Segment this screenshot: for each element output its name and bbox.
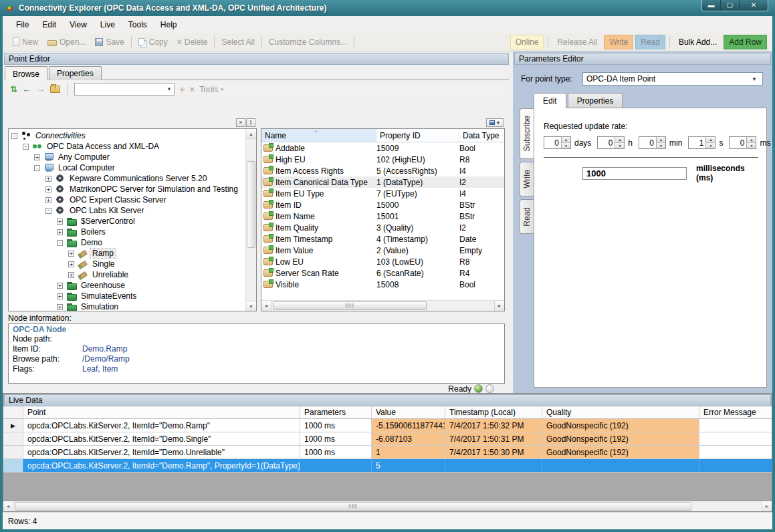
property-row[interactable]: Item ID 15000 BStr bbox=[261, 199, 504, 211]
live-data-column-header[interactable]: Timestamp (Local) bbox=[445, 406, 542, 418]
parameters-cell[interactable]: 1000 ms bbox=[300, 446, 372, 458]
delete-button[interactable]: × Delete bbox=[173, 35, 213, 49]
column-chooser-button[interactable]: ▼ bbox=[486, 118, 504, 127]
tab-browse[interactable]: Browse bbox=[5, 66, 47, 80]
tree-expander-icon[interactable]: + bbox=[68, 251, 74, 257]
update-rate-spinner[interactable]: 0 ▲ ▼ bbox=[597, 136, 625, 149]
tree-item[interactable]: + Unreliable bbox=[9, 269, 245, 280]
value-cell[interactable]: -5.15900611877441 bbox=[372, 419, 445, 432]
tree-expander-icon[interactable]: - bbox=[11, 133, 17, 139]
read-button[interactable]: Read bbox=[635, 35, 665, 49]
point-cell[interactable]: opcda:OPCLabs.KitServer.2, ItemId="Demo.… bbox=[23, 459, 300, 472]
update-rate-spinner[interactable]: 1 ▲ ▼ bbox=[688, 136, 715, 149]
property-row[interactable]: Addable 15009 Bool bbox=[261, 142, 504, 154]
row-selector-cell[interactable] bbox=[3, 432, 23, 445]
spinner-down-icon[interactable]: ▼ bbox=[747, 143, 756, 148]
parameters-cell[interactable]: 1000 ms bbox=[300, 432, 372, 445]
property-row[interactable]: Low EU 103 (LowEU) R8 bbox=[261, 256, 504, 267]
tree-vertical-scrollbar[interactable]: ▲ ▼ bbox=[245, 129, 256, 311]
save-button[interactable]: Save bbox=[90, 35, 128, 49]
scrollbar-thumb[interactable]: ⦀⦀⦀ bbox=[15, 502, 691, 511]
tree-expander-icon[interactable]: + bbox=[45, 176, 51, 182]
property-row[interactable]: Item Timestamp 4 (Timestamp) Date bbox=[261, 233, 504, 245]
property-row[interactable]: Item Canonical Data Type 1 (DataType) I2 bbox=[261, 176, 504, 188]
quality-cell[interactable] bbox=[542, 459, 699, 472]
spinner-down-icon[interactable]: ▼ bbox=[657, 143, 665, 148]
live-data-row[interactable]: opcda:OPCLabs.KitServer.2, ItemId="Demo.… bbox=[3, 446, 772, 459]
spinner-value[interactable]: 0 bbox=[598, 137, 615, 148]
tree-expander-icon[interactable]: + bbox=[57, 293, 63, 299]
tab-read[interactable]: Read bbox=[520, 199, 534, 234]
tree-expander-icon[interactable]: - bbox=[57, 240, 63, 246]
tree-item[interactable]: + Simulation bbox=[9, 301, 245, 311]
live-data-column-header[interactable]: Parameters bbox=[300, 406, 372, 418]
tree-item[interactable]: - OPC Data Access and XML-DA bbox=[9, 141, 245, 152]
tree-item[interactable]: + Any Computer bbox=[9, 152, 245, 162]
update-rate-spinner[interactable]: 0 ▲ ▼ bbox=[544, 136, 571, 149]
tree-item[interactable]: + Single bbox=[9, 259, 245, 269]
live-data-column-header[interactable]: Value bbox=[372, 406, 445, 418]
new-button[interactable]: New bbox=[8, 35, 43, 49]
forward-arrow-icon[interactable]: → bbox=[36, 85, 45, 94]
spinner-up-icon[interactable]: ▲ bbox=[747, 137, 756, 143]
address-input[interactable] bbox=[75, 84, 164, 94]
point-cell[interactable]: opcda:OPCLabs.KitServer.2, ItemId="Demo.… bbox=[23, 432, 300, 445]
error-message-cell[interactable] bbox=[699, 446, 772, 458]
value-cell[interactable]: 5 bbox=[372, 459, 445, 472]
quality-cell[interactable]: GoodNonspecific (192) bbox=[542, 419, 699, 432]
remove-x-icon[interactable]: × bbox=[190, 84, 195, 94]
value-cell[interactable]: -6.087103 bbox=[372, 432, 445, 445]
spinner-up-icon[interactable]: ▲ bbox=[657, 137, 665, 143]
value-cell[interactable]: 1 bbox=[372, 446, 445, 458]
scroll-down-arrow[interactable]: ▼ bbox=[246, 301, 256, 311]
tree-item[interactable]: + $ServerControl bbox=[9, 216, 245, 227]
tree-expander-icon[interactable]: - bbox=[45, 208, 51, 214]
close-button[interactable]: ✕ bbox=[740, 0, 768, 11]
live-data-horizontal-scrollbar[interactable]: ◄ ⦀⦀⦀ ► bbox=[3, 501, 772, 511]
spinner-value[interactable]: 0 bbox=[730, 137, 746, 148]
point-cell[interactable]: opcda:OPCLabs.KitServer.2, ItemId="Demo.… bbox=[23, 446, 300, 458]
error-message-cell[interactable] bbox=[699, 432, 772, 445]
scrollbar-thumb[interactable]: ⦀⦀⦀ bbox=[273, 301, 427, 310]
menu-item[interactable]: Edit bbox=[35, 17, 63, 32]
scroll-right-arrow[interactable]: ► bbox=[494, 301, 504, 311]
spinner-value[interactable]: 0 bbox=[639, 137, 656, 148]
select-all-button[interactable]: Select All bbox=[217, 35, 259, 49]
parameters-cell[interactable] bbox=[300, 459, 372, 472]
error-message-cell[interactable] bbox=[699, 459, 772, 472]
tree-expander-icon[interactable]: + bbox=[45, 186, 51, 192]
quality-cell[interactable]: GoodNonspecific (192) bbox=[542, 446, 699, 458]
timestamp-cell[interactable]: 7/4/2017 1:50:30 PM bbox=[445, 446, 542, 458]
tree-item[interactable]: + Kepware Communications Server 5.20 bbox=[9, 173, 245, 184]
up-folder-icon[interactable] bbox=[50, 86, 60, 93]
tab-subscribe[interactable]: Subscribe bbox=[520, 108, 534, 159]
bulk-add-button[interactable]: Bulk Add... bbox=[674, 35, 722, 49]
tree-item[interactable]: + Greenhouse bbox=[9, 280, 245, 291]
combo-dropdown-icon[interactable]: ▼ bbox=[164, 86, 174, 92]
spinner-down-icon[interactable]: ▼ bbox=[562, 143, 570, 148]
tree-item[interactable]: + MatrikonOPC Server for Simulation and … bbox=[9, 184, 245, 194]
point-type-dropdown[interactable]: OPC-DA Item Point ▼ bbox=[582, 72, 763, 86]
tree-item[interactable]: + OPC Expert Classic Server bbox=[9, 194, 245, 205]
spinner-down-icon[interactable]: ▼ bbox=[615, 143, 624, 148]
address-combobox[interactable]: ▼ bbox=[74, 83, 175, 96]
row-selector-cell[interactable] bbox=[3, 446, 23, 458]
customize-columns-button[interactable]: Customize Columns... bbox=[264, 35, 352, 49]
tab-edit[interactable]: Edit bbox=[534, 93, 566, 108]
menu-item[interactable]: File bbox=[9, 17, 35, 32]
tree-expander-icon[interactable]: + bbox=[68, 261, 74, 267]
spinner-up-icon[interactable]: ▲ bbox=[562, 137, 570, 143]
tree-expander-icon[interactable]: + bbox=[45, 197, 51, 203]
back-arrow-icon[interactable]: ← bbox=[22, 85, 31, 94]
row-selector-cell[interactable]: ▶ bbox=[3, 419, 23, 432]
live-data-column-header[interactable]: Error Message bbox=[699, 406, 772, 418]
tree-expander-icon[interactable]: + bbox=[57, 219, 63, 225]
release-all-button[interactable]: Release All bbox=[552, 35, 602, 49]
spinner-up-icon[interactable]: ▲ bbox=[615, 137, 624, 143]
open-button[interactable]: Open... bbox=[43, 35, 90, 49]
add-icon[interactable]: + bbox=[179, 84, 185, 95]
refresh-icon[interactable]: ⇅ bbox=[10, 85, 17, 94]
tree-item[interactable]: + Boilers bbox=[9, 227, 245, 237]
tree-option-1-button[interactable]: 1 bbox=[246, 118, 255, 127]
error-message-cell[interactable] bbox=[699, 419, 772, 432]
